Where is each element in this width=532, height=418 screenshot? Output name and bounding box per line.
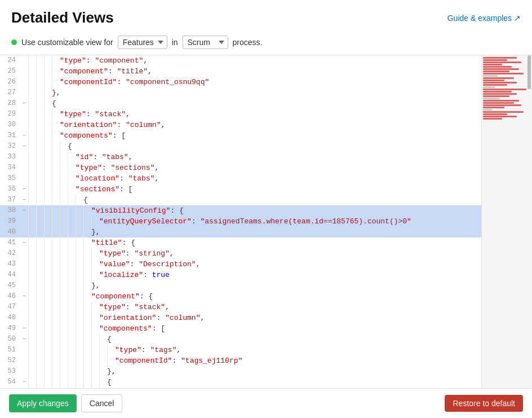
fold-54[interactable]: − <box>20 377 28 388</box>
code-line-26: 26 "componentId": "component_osnu9qq" <box>0 77 481 87</box>
fold-41[interactable]: − <box>20 237 28 248</box>
code-line-52: 52 "componentId": "tags_ej110rp" <box>0 355 481 366</box>
code-line-44: 44 "localize": true <box>0 270 481 280</box>
restore-default-button[interactable]: Restore to default <box>445 395 523 412</box>
code-editor[interactable]: 24 "type": "component", 25 "component": … <box>0 55 481 388</box>
footer: Apply changes Cancel Restore to default <box>0 388 532 418</box>
settings-bar: Use customizable view for Features Stori… <box>0 32 532 55</box>
minimap-scrollbar[interactable] <box>527 55 531 89</box>
fold-46[interactable]: − <box>20 291 28 302</box>
guide-link[interactable]: Guide & examples ↗ <box>447 14 521 23</box>
page-header: Detailed Views Guide & examples ↗ <box>0 0 532 32</box>
code-line-35: 35 "location": "tabs", <box>0 173 481 184</box>
footer-left: Apply changes Cancel <box>9 394 122 412</box>
fold-50[interactable]: − <box>20 334 28 345</box>
code-line-43: 43 "value": "Description", <box>0 259 481 270</box>
settings-label-before: Use customizable view for <box>21 38 113 47</box>
code-line-24: 24 "type": "component", <box>0 55 481 66</box>
code-line-51: 51 "type": "tags", <box>0 345 481 355</box>
code-line-55: 55 "type": "description", <box>0 388 481 388</box>
settings-label-after: process. <box>233 38 263 47</box>
code-line-50: 50 − { <box>0 334 481 345</box>
code-line-25: 25 "component": "title", <box>0 66 481 77</box>
code-line-34: 34 "type": "sections", <box>0 162 481 173</box>
apply-changes-button[interactable]: Apply changes <box>9 394 77 412</box>
editor-container: 24 "type": "component", 25 "component": … <box>0 55 532 388</box>
code-line-28: 28 − { <box>0 98 481 109</box>
fold-37[interactable]: − <box>20 195 28 205</box>
status-dot <box>11 39 17 45</box>
code-line-54: 54 − { <box>0 377 481 388</box>
code-line-40: 40 }, <box>0 227 481 237</box>
view-select[interactable]: Features Stories Epics <box>118 36 167 49</box>
fold-36[interactable]: − <box>20 184 28 195</box>
process-select[interactable]: Scrum Kanban SAFe <box>183 36 228 49</box>
cancel-button[interactable]: Cancel <box>81 394 123 412</box>
fold-32[interactable]: − <box>20 141 28 152</box>
code-line-30: 30 "orientation": "column", <box>0 120 481 130</box>
code-line-36: 36 − "sections": [ <box>0 184 481 195</box>
fold-38[interactable]: − <box>20 205 28 216</box>
code-line-31: 31 − "components": [ <box>0 130 481 141</box>
code-line-29: 29 "type": "stack", <box>0 109 481 120</box>
minimap <box>481 55 532 388</box>
code-line-33: 33 "id": "tabs", <box>0 152 481 162</box>
fold-31[interactable]: − <box>20 130 28 141</box>
code-line-49: 49 − "components": [ <box>0 323 481 334</box>
code-line-48: 48 "orientation": "column", <box>0 313 481 323</box>
code-line-47: 47 "type": "stack", <box>0 302 481 313</box>
code-line-53: 53 }, <box>0 366 481 377</box>
code-line-46: 46 − "component": { <box>0 291 481 302</box>
settings-label-middle: in <box>172 38 178 47</box>
code-line-41: 41 − "title": { <box>0 237 481 248</box>
code-line-27: 27 }, <box>0 87 481 98</box>
fold-28[interactable]: − <box>20 98 28 109</box>
page-title: Detailed Views <box>11 9 114 27</box>
fold-49[interactable]: − <box>20 323 28 334</box>
code-line-42: 42 "type": "string", <box>0 248 481 259</box>
code-line-38: 38 − "visibilityConfig": { <box>0 205 481 216</box>
code-line-45: 45 }, <box>0 280 481 291</box>
code-line-39: 39 "entityQuerySelector": "assignedTeams… <box>0 216 481 227</box>
code-line-32: 32 − { <box>0 141 481 152</box>
code-line-37: 37 − { <box>0 195 481 205</box>
